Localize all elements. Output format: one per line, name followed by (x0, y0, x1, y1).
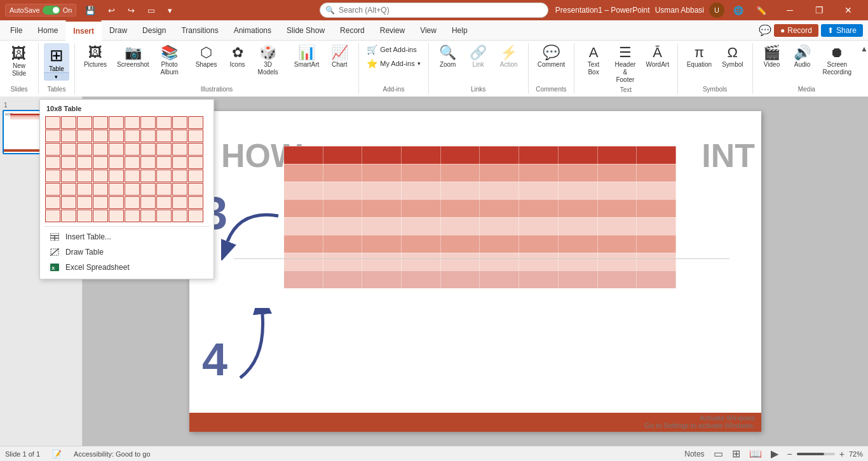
grid-cell[interactable] (93, 143, 108, 156)
wordart-button[interactable]: Ā WordArt (643, 43, 672, 71)
3d-models-button[interactable]: 🎲 3D Models (254, 43, 282, 79)
presentation-view-button[interactable]: ▭ (144, 4, 159, 17)
grid-cell[interactable] (140, 130, 156, 142)
tab-slideshow[interactable]: Slide Show (279, 20, 332, 41)
header-footer-button[interactable]: ☰ Header & Footer (610, 43, 641, 86)
grid-cell[interactable] (188, 183, 203, 196)
grid-cell[interactable] (172, 210, 187, 222)
grid-cell[interactable] (156, 170, 172, 182)
grid-cell[interactable] (156, 210, 172, 222)
action-button[interactable]: ⚡ Action (495, 43, 523, 71)
grid-cell[interactable] (77, 143, 92, 156)
new-slide-button[interactable]: 🖼 New Slide (5, 43, 33, 80)
close-button[interactable]: ✕ (834, 0, 863, 20)
shapes-button[interactable]: ⬡ Shapes (192, 43, 221, 71)
grid-cell[interactable] (93, 170, 108, 182)
grid-cell[interactable] (61, 196, 76, 209)
grid-cell[interactable] (61, 170, 76, 182)
grid-cell[interactable] (188, 210, 203, 222)
slide-canvas[interactable]: HOW INT 3 4 (189, 111, 761, 432)
grid-cell[interactable] (45, 210, 60, 222)
share-top-button[interactable]: ⬆ Share (821, 24, 863, 37)
grid-cell[interactable] (45, 130, 60, 142)
photo-album-button[interactable]: 📚 Photo Album (156, 43, 184, 79)
minimize-button[interactable]: ─ (775, 0, 804, 20)
get-addins-button[interactable]: 🛒 Get Add-ins (364, 43, 419, 56)
grid-cell[interactable] (109, 183, 124, 196)
grid-cell[interactable] (172, 116, 187, 129)
pen-icon[interactable]: ✏️ (752, 4, 770, 17)
textbox-button[interactable]: A Text Box (580, 43, 607, 79)
tab-design[interactable]: Design (135, 20, 173, 41)
grid-cell[interactable] (188, 143, 203, 156)
grid-cell[interactable] (140, 210, 156, 222)
zoom-slider[interactable] (797, 453, 835, 455)
grid-cell[interactable] (125, 170, 140, 182)
screenshot-button[interactable]: 📷 Screenshot (113, 43, 153, 71)
zoom-out-button[interactable]: − (785, 449, 794, 459)
grid-cell[interactable] (156, 156, 172, 169)
slideshow-from-beginning-button[interactable]: ▶ (769, 448, 780, 460)
pictures-button[interactable]: 🖼 Pictures (80, 43, 111, 71)
chat-icon[interactable]: 💬 (759, 24, 771, 36)
grid-cell[interactable] (93, 183, 108, 196)
grid-cell[interactable] (140, 156, 156, 169)
grid-cell[interactable] (188, 170, 203, 182)
grid-cell[interactable] (61, 116, 76, 129)
undo-button[interactable]: ↩ (104, 4, 119, 17)
icons-button[interactable]: ✿ Icons (224, 43, 252, 71)
save-button[interactable]: 💾 (81, 4, 99, 17)
grid-cell[interactable] (45, 196, 60, 209)
grid-cell[interactable] (109, 130, 124, 142)
grid-cell[interactable] (93, 130, 108, 142)
grid-cell[interactable] (77, 130, 92, 142)
user-avatar[interactable]: U (709, 3, 724, 18)
fluent-icon[interactable]: 🌐 (729, 4, 747, 17)
tab-home[interactable]: Home (30, 20, 65, 41)
autosave-toggle[interactable] (43, 6, 60, 15)
table-dropdown-arrow[interactable]: ▾ (44, 72, 69, 81)
grid-cell[interactable] (172, 183, 187, 196)
grid-cell[interactable] (156, 116, 172, 129)
notes-button[interactable]: 📝 (50, 450, 64, 458)
equation-button[interactable]: π Equation (683, 43, 715, 71)
grid-cell[interactable] (93, 210, 108, 222)
draw-table-item[interactable]: Draw Table (44, 244, 210, 260)
grid-cell[interactable] (93, 116, 108, 129)
grid-cell[interactable] (45, 170, 60, 182)
grid-cell[interactable] (93, 196, 108, 209)
grid-cell[interactable] (140, 183, 156, 196)
customize-qat-button[interactable]: ▾ (164, 4, 176, 17)
slide-sorter-button[interactable]: ⊞ (730, 448, 742, 460)
grid-cell[interactable] (125, 156, 140, 169)
tab-record[interactable]: Record (332, 20, 372, 41)
reading-view-button[interactable]: 📖 (747, 448, 764, 460)
grid-cell[interactable] (156, 130, 172, 142)
insert-table-item[interactable]: Insert Table... (44, 229, 210, 244)
grid-cell[interactable] (45, 183, 60, 196)
excel-spreadsheet-item[interactable]: X Excel Spreadsheet (44, 260, 210, 275)
grid-cell[interactable] (45, 143, 60, 156)
grid-cell[interactable] (109, 116, 124, 129)
grid-cell[interactable] (77, 196, 92, 209)
restore-button[interactable]: ❐ (804, 0, 834, 20)
notes-panel-button[interactable]: Notes (682, 450, 706, 458)
grid-cell[interactable] (125, 143, 140, 156)
grid-cell[interactable] (188, 116, 203, 129)
grid-cell[interactable] (188, 196, 203, 209)
tab-draw[interactable]: Draw (102, 20, 135, 41)
tab-help[interactable]: Help (444, 20, 475, 41)
grid-cell[interactable] (77, 210, 92, 222)
grid-cell[interactable] (61, 183, 76, 196)
table-button[interactable]: ⊞ Table (44, 43, 69, 72)
grid-cell[interactable] (125, 183, 140, 196)
grid-cell[interactable] (109, 170, 124, 182)
grid-cell[interactable] (125, 196, 140, 209)
grid-cell[interactable] (172, 196, 187, 209)
grid-cell[interactable] (45, 116, 60, 129)
comment-button[interactable]: 💬 Comment (534, 43, 569, 71)
grid-cell[interactable] (140, 143, 156, 156)
video-button[interactable]: 🎬 Video (758, 43, 786, 71)
redo-button[interactable]: ↪ (124, 4, 139, 17)
ribbon-collapse-button[interactable]: ▲ (860, 44, 868, 53)
